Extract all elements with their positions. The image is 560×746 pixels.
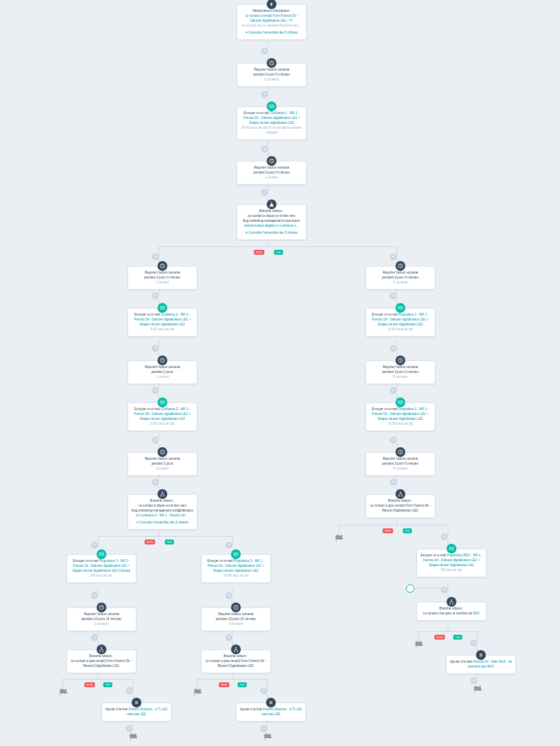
delay-node[interactable]: Reporter l'action suivante pendant 12 jo… [66,607,136,631]
delay-node[interactable]: Reporter l'action suivante pendant 2 jou… [127,266,197,290]
tag-no: NON [254,250,265,255]
list-icon [266,698,276,708]
delay-node[interactable]: Reporter l'action suivante pendant 2 jou… [237,161,307,185]
branch-node[interactable]: Branche si/alors : Le contact n'est pas … [416,602,486,621]
end-icon: 🏁 [193,689,202,696]
list-node[interactable]: Ajouter à la liste Francis Direction - a… [102,703,172,722]
add-step[interactable]: + [261,146,268,153]
email-icon [97,549,106,559]
svg-point-29 [398,495,399,496]
add-step[interactable]: + [225,592,232,599]
svg-point-30 [401,495,402,496]
add-step[interactable]: + [152,387,159,394]
add-step[interactable]: + [152,437,159,444]
add-step[interactable]: + [91,634,98,641]
svg-point-12 [163,495,164,496]
svg-rect-27 [398,401,402,404]
tag-yes: OUI [274,250,283,255]
email-node[interactable]: Envoyer un e-mail Proposition 2 - WK 1 -… [365,402,435,431]
add-step[interactable]: + [261,48,268,55]
add-step[interactable]: + [152,293,159,300]
delay-node[interactable]: Reporter l'action suivante pendant 2 jou… [127,360,197,384]
branch-icon [97,645,106,654]
add-step[interactable]: + [390,293,397,300]
add-step[interactable]: + [260,687,267,694]
email-node[interactable]: Envoyer un e-mail Confiance 2 - WK 1 - F… [127,308,197,337]
end-icon: 🏁 [335,535,343,542]
delay-node[interactable]: Reporter l'action suivante pendant 0 jou… [237,63,307,87]
add-step[interactable]: + [91,542,98,549]
trigger-view-criteria[interactable]: Consulter l'ensemble des 3 critères [240,30,303,36]
branch-node[interactable]: Branche si/alors : Le contact a (pas rem… [201,649,271,673]
list-node[interactable]: Ajouter à la liste Francis Direction - a… [236,703,306,722]
delay-node[interactable]: Reporter l'action suivante pendant 2 jou… [365,452,435,476]
add-step[interactable]: + [152,345,159,352]
email-node[interactable]: Envoyer un e-mail Confiance 3 - WK 1 - F… [127,402,197,431]
svg-rect-9 [160,401,164,404]
add-step[interactable]: + [126,687,133,694]
email-node[interactable]: Envoyer un e-mail Proposition 2 - WK 1 -… [201,554,271,583]
end-icon: 🏁 [414,641,423,649]
add-step[interactable]: + [225,542,232,549]
email-icon [158,303,167,313]
svg-point-34 [452,603,453,604]
svg-rect-19 [234,553,238,556]
email-icon [231,549,241,559]
email-icon [158,397,167,407]
svg-point-18 [101,647,102,647]
workflow-canvas[interactable]: Déclencheurs d'inscription : Le contact … [0,0,560,746]
add-step[interactable]: + [390,387,397,394]
end-icon: 🏁 [473,686,482,694]
add-step[interactable]: + [91,592,98,599]
delay-node[interactable]: Reporter l'action suivante pendant 2 jou… [365,266,435,290]
delay-node[interactable]: Reporter l'action suivante pendant 2 jou… [127,452,197,476]
delay-icon [396,261,405,271]
trigger-icon [267,0,276,9]
add-step[interactable]: + [390,479,397,486]
email-icon [447,544,456,554]
trigger-cond: Le contact a rempli Form Francis Dir - D… [240,14,303,24]
svg-point-21 [234,651,234,652]
svg-point-16 [99,651,100,652]
delay-node[interactable]: Reporter l'action suivante pendant 12 jo… [201,607,271,631]
svg-rect-7 [160,307,164,309]
add-step[interactable]: + [390,345,397,352]
email-node[interactable]: Envoyer un e-mail Confiance 1 - WK 1 - F… [237,106,307,140]
branch-icon [447,597,456,607]
add-step[interactable]: + [470,677,477,684]
branch-node[interactable]: Branche si/alors : Le contact a (pas rem… [365,494,435,518]
delay-icon [158,356,167,365]
branch-node[interactable]: Branche si/alors : Le contact a cliqué s… [237,204,307,240]
delay-icon [158,447,167,457]
delay-icon [158,261,167,271]
email-node[interactable]: Envoyer un e-mail Proposition 1 - WK 1 -… [365,308,435,337]
add-step[interactable]: + [261,189,268,196]
add-step[interactable]: + [152,253,159,260]
svg-rect-14 [99,553,104,556]
add-step[interactable]: + [390,437,397,444]
branch-icon [267,199,276,209]
delay-node[interactable]: Reporter l'action suivante pendant 2 jou… [365,360,435,384]
add-step[interactable]: + [126,725,133,732]
list-node[interactable]: Ajouter à la liste Francis Dir - Alain N… [446,655,516,674]
add-step[interactable]: + [470,640,477,647]
add-step[interactable]: + [261,91,268,98]
branch-node[interactable]: Branche si/alors : Le contact a cliqué s… [127,494,197,530]
branch-node[interactable]: Branche si/alors : Le contact a (pas rem… [66,649,136,673]
email-node[interactable]: Envoyer un e-mail Proposition RDV - WK 1… [416,549,486,577]
email-node[interactable]: Envoyer un e-mail Proposition 3 - WK 1 -… [66,554,136,583]
add-step[interactable]: + [390,253,397,260]
email-icon [267,101,276,111]
email-icon [396,303,405,313]
add-step[interactable]: + [441,533,448,540]
delay-icon [97,603,106,612]
email-icon [396,397,405,407]
add-step[interactable]: + [441,586,448,593]
delay-icon [267,58,276,68]
add-step[interactable]: + [225,634,232,641]
svg-point-31 [400,491,400,492]
trigger-node[interactable]: Déclencheurs d'inscription : Le contact … [237,4,307,40]
add-step[interactable]: + [152,479,159,486]
delay-icon [396,447,405,457]
add-step[interactable]: + [260,725,267,732]
